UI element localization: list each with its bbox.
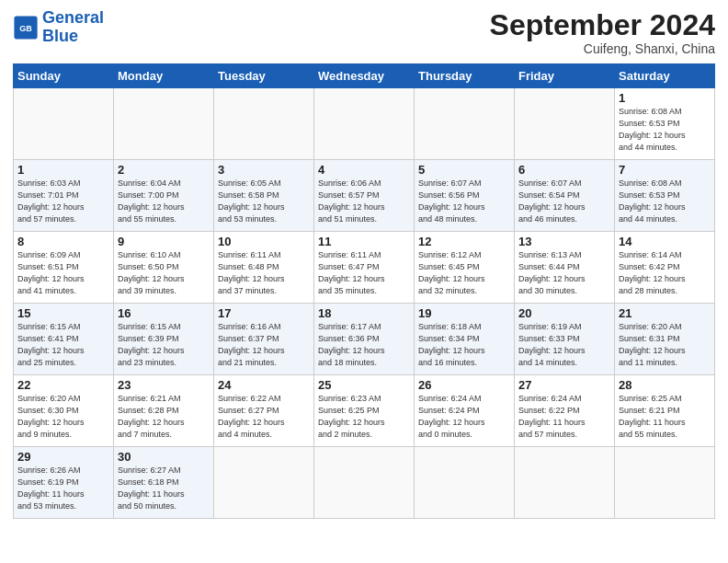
day-header-monday: Monday (114, 64, 214, 88)
day-number: 9 (118, 235, 210, 248)
calendar-cell: 10Sunrise: 6:11 AMSunset: 6:48 PMDayligh… (214, 232, 314, 304)
day-number: 4 (318, 163, 410, 177)
calendar-cell: 26Sunrise: 6:24 AMSunset: 6:24 PMDayligh… (415, 375, 515, 447)
cell-info: Sunrise: 6:25 AMSunset: 6:21 PMDaylight:… (619, 393, 711, 441)
day-number: 23 (118, 378, 210, 392)
day-number: 30 (118, 450, 210, 464)
calendar-cell (415, 88, 515, 160)
day-header-tuesday: Tuesday (214, 64, 314, 88)
cell-info: Sunrise: 6:24 AMSunset: 6:24 PMDaylight:… (418, 393, 510, 441)
cell-info: Sunrise: 6:22 AMSunset: 6:27 PMDaylight:… (218, 393, 310, 441)
cell-info: Sunrise: 6:08 AMSunset: 6:53 PMDaylight:… (619, 106, 711, 154)
cell-info: Sunrise: 6:19 AMSunset: 6:33 PMDaylight:… (518, 321, 610, 369)
calendar-cell: 1Sunrise: 6:08 AMSunset: 6:53 PMDaylight… (615, 88, 715, 160)
cell-info: Sunrise: 6:23 AMSunset: 6:25 PMDaylight:… (318, 393, 410, 441)
cell-info: Sunrise: 6:07 AMSunset: 6:56 PMDaylight:… (418, 178, 510, 225)
calendar-cell (114, 88, 214, 160)
calendar-cell: 25Sunrise: 6:23 AMSunset: 6:25 PMDayligh… (314, 375, 415, 447)
day-header-sunday: Sunday (14, 64, 114, 88)
calendar-cell (515, 447, 615, 519)
calendar-cell: 12Sunrise: 6:12 AMSunset: 6:45 PMDayligh… (415, 232, 515, 304)
cell-info: Sunrise: 6:12 AMSunset: 6:45 PMDaylight:… (418, 249, 510, 297)
day-number: 21 (619, 306, 711, 320)
day-number: 16 (118, 306, 210, 320)
calendar-cell: 18Sunrise: 6:17 AMSunset: 6:36 PMDayligh… (314, 304, 415, 375)
day-number: 11 (318, 235, 410, 248)
logo: GB GeneralBlue (13, 9, 104, 46)
day-number: 2 (118, 163, 210, 177)
day-number: 13 (518, 235, 610, 248)
cell-info: Sunrise: 6:05 AMSunset: 6:58 PMDaylight:… (218, 178, 310, 225)
calendar-cell: 9Sunrise: 6:10 AMSunset: 6:50 PMDaylight… (114, 232, 214, 304)
day-number: 28 (619, 378, 711, 392)
cell-info: Sunrise: 6:03 AMSunset: 7:01 PMDaylight:… (17, 178, 109, 225)
calendar-cell: 30Sunrise: 6:27 AMSunset: 6:18 PMDayligh… (114, 447, 214, 519)
logo-text: GeneralBlue (42, 9, 104, 46)
calendar-cell: 11Sunrise: 6:11 AMSunset: 6:47 PMDayligh… (314, 232, 415, 304)
cell-info: Sunrise: 6:14 AMSunset: 6:42 PMDaylight:… (619, 249, 711, 297)
calendar-cell: 16Sunrise: 6:15 AMSunset: 6:39 PMDayligh… (114, 304, 214, 375)
month-title: September 2024 (490, 9, 715, 41)
day-number: 10 (218, 235, 310, 248)
calendar-cell (415, 447, 515, 519)
cell-info: Sunrise: 6:16 AMSunset: 6:37 PMDaylight:… (218, 321, 310, 369)
cell-info: Sunrise: 6:11 AMSunset: 6:48 PMDaylight:… (218, 249, 310, 297)
cell-info: Sunrise: 6:24 AMSunset: 6:22 PMDaylight:… (518, 393, 610, 441)
cell-info: Sunrise: 6:13 AMSunset: 6:44 PMDaylight:… (518, 249, 610, 297)
day-number: 12 (418, 235, 510, 248)
day-number: 3 (218, 163, 310, 177)
day-number: 5 (418, 163, 510, 177)
calendar-cell (214, 447, 314, 519)
cell-info: Sunrise: 6:18 AMSunset: 6:34 PMDaylight:… (418, 321, 510, 369)
day-number: 6 (518, 163, 610, 177)
day-number: 20 (518, 306, 610, 320)
cell-info: Sunrise: 6:11 AMSunset: 6:47 PMDaylight:… (318, 249, 410, 297)
calendar-cell: 15Sunrise: 6:15 AMSunset: 6:41 PMDayligh… (14, 304, 114, 375)
calendar-cell (615, 447, 715, 519)
calendar-cell: 23Sunrise: 6:21 AMSunset: 6:28 PMDayligh… (114, 375, 214, 447)
calendar-cell: 29Sunrise: 6:26 AMSunset: 6:19 PMDayligh… (14, 447, 114, 519)
cell-info: Sunrise: 6:08 AMSunset: 6:53 PMDaylight:… (619, 178, 711, 225)
logo-icon: GB (13, 15, 39, 40)
day-number: 1 (619, 91, 711, 105)
day-number: 19 (418, 306, 510, 320)
cell-info: Sunrise: 6:20 AMSunset: 6:31 PMDaylight:… (619, 321, 711, 369)
day-number: 27 (518, 378, 610, 392)
calendar-cell: 28Sunrise: 6:25 AMSunset: 6:21 PMDayligh… (615, 375, 715, 447)
cell-info: Sunrise: 6:09 AMSunset: 6:51 PMDaylight:… (17, 249, 109, 297)
day-number: 26 (418, 378, 510, 392)
day-number: 8 (17, 235, 109, 248)
day-number: 7 (619, 163, 711, 177)
day-number: 14 (619, 235, 711, 248)
day-header-friday: Friday (515, 64, 615, 88)
calendar-cell: 3Sunrise: 6:05 AMSunset: 6:58 PMDaylight… (214, 160, 314, 232)
calendar-cell (314, 88, 415, 160)
calendar-cell: 7Sunrise: 6:08 AMSunset: 6:53 PMDaylight… (615, 160, 715, 232)
calendar-cell: 8Sunrise: 6:09 AMSunset: 6:51 PMDaylight… (14, 232, 114, 304)
day-number: 17 (218, 306, 310, 320)
cell-info: Sunrise: 6:15 AMSunset: 6:39 PMDaylight:… (118, 321, 210, 369)
calendar-cell: 22Sunrise: 6:20 AMSunset: 6:30 PMDayligh… (14, 375, 114, 447)
calendar-cell: 17Sunrise: 6:16 AMSunset: 6:37 PMDayligh… (214, 304, 314, 375)
day-header-thursday: Thursday (415, 64, 515, 88)
calendar-cell: 21Sunrise: 6:20 AMSunset: 6:31 PMDayligh… (615, 304, 715, 375)
calendar-cell: 19Sunrise: 6:18 AMSunset: 6:34 PMDayligh… (415, 304, 515, 375)
header: GB GeneralBlue September 2024 Cuifeng, S… (13, 9, 715, 56)
svg-text:GB: GB (19, 24, 32, 33)
cell-info: Sunrise: 6:06 AMSunset: 6:57 PMDaylight:… (318, 178, 410, 225)
day-number: 22 (17, 378, 109, 392)
calendar-cell: 24Sunrise: 6:22 AMSunset: 6:27 PMDayligh… (214, 375, 314, 447)
calendar-table: SundayMondayTuesdayWednesdayThursdayFrid… (13, 63, 715, 519)
calendar-cell (314, 447, 415, 519)
cell-info: Sunrise: 6:10 AMSunset: 6:50 PMDaylight:… (118, 249, 210, 297)
cell-info: Sunrise: 6:07 AMSunset: 6:54 PMDaylight:… (518, 178, 610, 225)
cell-info: Sunrise: 6:15 AMSunset: 6:41 PMDaylight:… (17, 321, 109, 369)
calendar-cell (515, 88, 615, 160)
calendar-cell (214, 88, 314, 160)
cell-info: Sunrise: 6:17 AMSunset: 6:36 PMDaylight:… (318, 321, 410, 369)
day-number: 24 (218, 378, 310, 392)
calendar-cell: 14Sunrise: 6:14 AMSunset: 6:42 PMDayligh… (615, 232, 715, 304)
calendar-cell: 27Sunrise: 6:24 AMSunset: 6:22 PMDayligh… (515, 375, 615, 447)
calendar-cell: 20Sunrise: 6:19 AMSunset: 6:33 PMDayligh… (515, 304, 615, 375)
calendar-cell: 5Sunrise: 6:07 AMSunset: 6:56 PMDaylight… (415, 160, 515, 232)
